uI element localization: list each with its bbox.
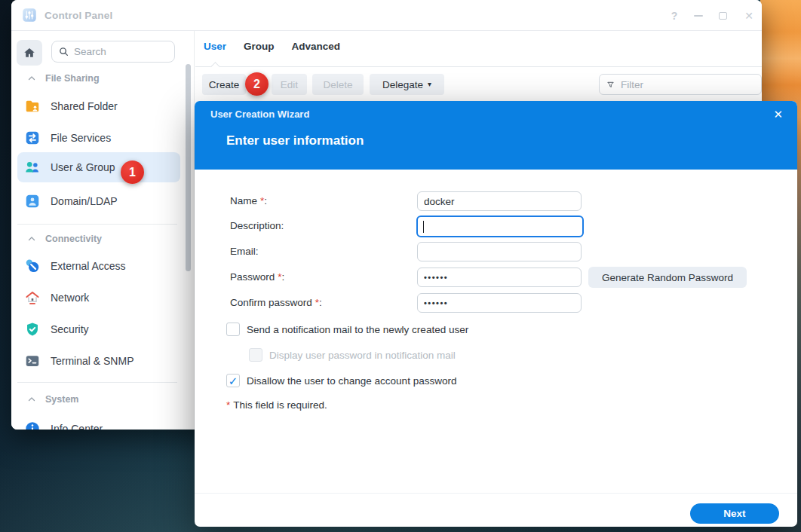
help-icon[interactable]: ? <box>669 10 680 22</box>
chevron-up-icon <box>27 395 36 404</box>
dialog-title: User Creation Wizard <box>210 109 309 120</box>
search-icon <box>58 46 69 57</box>
name-label: Name*: <box>230 191 411 211</box>
checkbox-row-disallow-change-password[interactable]: ✓ Disallow the user to change account pa… <box>226 374 456 387</box>
sidebar-item-security[interactable]: Security <box>17 316 180 342</box>
sidebar-divider <box>17 382 177 383</box>
filter-funnel-icon <box>606 79 615 90</box>
sidebar-item-file-services[interactable]: File Services <box>17 125 180 151</box>
tab-advanced[interactable]: Advanced <box>292 41 341 52</box>
checkbox-disabled <box>249 348 262 362</box>
create-button[interactable]: Create <box>202 74 246 95</box>
sidebar-item-terminal-snmp[interactable]: Terminal & SNMP <box>17 348 180 374</box>
shared-folder-icon <box>24 98 41 115</box>
section-connectivity[interactable]: Connectivity <box>27 234 102 244</box>
required-field-note: *This field is required. <box>226 399 327 411</box>
description-label: Description: <box>230 216 411 236</box>
active-tab-caret <box>210 62 220 72</box>
window-title: Control Panel <box>44 10 112 21</box>
maximize-icon[interactable] <box>719 12 727 20</box>
section-system[interactable]: System <box>27 394 78 405</box>
edit-button[interactable]: Edit <box>272 74 307 95</box>
filter-box[interactable] <box>599 74 762 95</box>
chevron-up-icon <box>27 74 36 83</box>
delete-button[interactable]: Delete <box>312 74 364 95</box>
tab-user[interactable]: User <box>204 41 226 52</box>
checkbox-unchecked[interactable] <box>226 323 240 336</box>
check-icon: ✓ <box>229 375 238 387</box>
checkbox-row-send-notification[interactable]: Send a notification mail to the newly cr… <box>226 323 468 336</box>
home-button[interactable] <box>17 40 42 66</box>
dialog-header: User Creation Wizard ✕ Enter user inform… <box>195 101 797 170</box>
description-input[interactable] <box>416 216 584 237</box>
desktop: Control Panel ? ✕ <box>0 0 801 532</box>
window-close-icon[interactable]: ✕ <box>744 10 754 22</box>
sidebar-item-info-center[interactable]: Info Center <box>17 416 180 430</box>
step-badge-1: 1 <box>121 161 144 184</box>
dialog-footer-divider <box>195 493 797 494</box>
text-cursor <box>423 221 424 233</box>
confirm-password-label: Confirm password*: <box>230 293 411 313</box>
filter-input[interactable] <box>621 79 754 90</box>
sidebar-item-external-access[interactable]: External Access <box>17 253 180 279</box>
caret-down-icon: ▾ <box>428 81 431 88</box>
user-creation-wizard-dialog: User Creation Wizard ✕ Enter user inform… <box>195 101 797 527</box>
tab-group[interactable]: Group <box>244 41 275 52</box>
search-input[interactable] <box>74 46 157 57</box>
checkbox-row-display-password: Display user password in notification ma… <box>249 348 456 362</box>
delegate-button[interactable]: Delegate ▾ <box>370 74 444 95</box>
dialog-heading: Enter user information <box>226 133 364 148</box>
tab-separator <box>195 66 762 67</box>
security-shield-icon <box>24 321 41 338</box>
titlebar: Control Panel ? ✕ <box>11 0 762 31</box>
external-access-icon <box>24 258 41 274</box>
confirm-password-input[interactable] <box>417 293 582 313</box>
sidebar-item-domain-ldap[interactable]: Domain/LDAP <box>17 188 180 214</box>
sidebar-item-user-and-group[interactable]: User & Group <box>17 152 180 182</box>
chevron-up-icon <box>27 234 36 243</box>
user-group-icon <box>24 159 41 176</box>
email-label: Email: <box>230 242 411 261</box>
window-controls: ? ✕ <box>669 0 754 31</box>
terminal-icon <box>24 353 41 369</box>
file-services-icon <box>24 130 41 146</box>
password-input[interactable] <box>417 268 582 287</box>
sidebar-scrollbar[interactable] <box>186 64 191 271</box>
control-panel-app-icon <box>21 7 38 23</box>
section-file-sharing[interactable]: File Sharing <box>27 73 100 84</box>
tab-bar: User Group Advanced <box>204 41 340 52</box>
checkbox-checked[interactable]: ✓ <box>226 374 240 387</box>
next-button[interactable]: Next <box>690 503 779 524</box>
name-input[interactable] <box>417 191 582 211</box>
sidebar-item-shared-folder[interactable]: Shared Folder <box>17 93 180 119</box>
sidebar: File Sharing Shared Folder File Services <box>11 31 195 430</box>
info-icon <box>24 420 41 430</box>
home-icon <box>23 46 36 60</box>
generate-random-password-button[interactable]: Generate Random Password <box>588 267 747 288</box>
email-input[interactable] <box>417 242 582 261</box>
domain-ldap-icon <box>24 193 41 209</box>
network-icon <box>24 289 41 306</box>
dialog-close-icon[interactable]: ✕ <box>773 108 783 121</box>
sidebar-item-network[interactable]: Network <box>17 285 180 310</box>
sidebar-divider <box>17 224 177 225</box>
password-label: Password*: <box>230 268 411 287</box>
sidebar-search[interactable] <box>51 41 175 63</box>
minimize-icon[interactable] <box>694 15 703 17</box>
step-badge-2: 2 <box>245 72 269 96</box>
